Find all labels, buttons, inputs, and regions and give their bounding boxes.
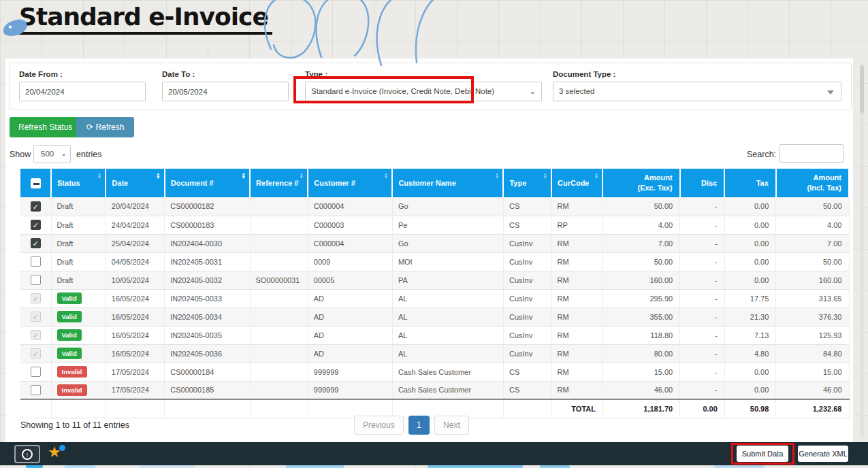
status-cell: Invalid (51, 363, 106, 381)
sort-icon: ▲▼ (495, 172, 500, 179)
type-cell: CusInv (503, 252, 551, 271)
status-cell: Draft (51, 271, 106, 289)
search-input[interactable] (779, 144, 843, 163)
customer-no-cell: C000004 (308, 197, 392, 216)
customer-name-cell: AL (392, 307, 503, 326)
row-checkbox[interactable]: ✓ (31, 238, 41, 248)
row-checkbox[interactable] (31, 275, 41, 285)
document-cell: IN202405-0035 (165, 326, 250, 344)
reference-cell (250, 216, 308, 234)
curcode-cell: RM (551, 271, 602, 289)
search-label: Search: (747, 150, 776, 159)
column-header[interactable]: Customer #▲▼ (308, 169, 392, 197)
row-checkbox[interactable] (31, 367, 41, 377)
curcode-cell: RM (551, 289, 602, 307)
page-length-select[interactable]: 500 ⌄ (33, 145, 71, 163)
date-cell: 17/05/2024 (106, 363, 164, 381)
amount-exc-cell: 160.00 (602, 271, 679, 289)
column-header[interactable]: Type▲▼ (503, 169, 551, 197)
row-checkbox[interactable]: ✓ (31, 220, 41, 230)
amount-exc-cell: 295.90 (602, 289, 679, 307)
status-badge: Valid (57, 311, 82, 322)
type-select-value: Standard e-Invoice (Invoice, Credit Note… (311, 87, 494, 95)
reference-cell (250, 234, 308, 252)
sort-icon: ▲▼ (299, 172, 304, 179)
column-header[interactable]: Customer Name▲▼ (392, 169, 503, 197)
row-checkbox[interactable]: ✓ (31, 201, 41, 212)
row-select-cell (20, 363, 51, 381)
table-row: Invalid17/05/2024CS00000184999999Cash Sa… (20, 363, 849, 381)
customer-no-cell: 00005 (308, 271, 392, 289)
select-all-checkbox[interactable] (31, 178, 41, 188)
column-header[interactable]: CurCode▲▼ (551, 169, 602, 197)
customer-name-cell: AL (392, 289, 503, 307)
dropdown-arrow-icon (827, 90, 834, 95)
column-header[interactable]: Status▲▼ (51, 169, 106, 197)
row-select-cell (20, 252, 51, 271)
refresh-status-button[interactable]: Refresh Status (10, 117, 81, 137)
table-row: ✓Valid16/05/2024IN202405-0034ADALCusInvR… (20, 307, 849, 326)
customer-no-cell: C000004 (308, 234, 392, 252)
status-cell: Draft (51, 234, 106, 252)
empty-cell (20, 399, 51, 418)
status-cell: Valid (51, 344, 106, 363)
select-all-header[interactable] (20, 169, 51, 197)
date-cell: 16/05/2024 (106, 326, 164, 344)
amount-incl-cell: 46.00 (776, 381, 849, 399)
curcode-cell: RM (551, 381, 602, 399)
row-checkbox[interactable] (31, 256, 41, 267)
document-type-select-value: 3 selected (559, 87, 594, 95)
customer-name-cell: AL (392, 326, 503, 344)
empty-cell (503, 399, 551, 418)
scrollbar[interactable] (860, 63, 864, 438)
submit-data-button[interactable]: Submit Data (737, 446, 788, 462)
highlighter-mark (540, 465, 570, 468)
current-page-button[interactable]: 1 (408, 416, 430, 435)
customer-no-cell: AD (308, 307, 392, 326)
status-badge: Valid (57, 329, 82, 341)
next-page-button[interactable]: Next (434, 416, 469, 435)
customer-no-cell: 0009 (308, 252, 392, 271)
column-header[interactable]: Date▲▼ (106, 169, 164, 197)
document-cell: IN202405-0032 (165, 271, 250, 289)
disc-cell: - (680, 344, 725, 363)
column-header[interactable]: Document #▲▼ (165, 169, 250, 197)
reference-cell (250, 307, 308, 326)
type-select[interactable]: Standard e-Invoice (Invoice, Credit Note… (305, 82, 542, 101)
tax-cell: 4.80 (724, 344, 775, 363)
row-checkbox: ✓ (31, 348, 41, 358)
row-checkbox[interactable] (31, 385, 41, 395)
scroll-top-button[interactable]: ↑ (14, 445, 40, 463)
disc-cell: - (680, 252, 725, 271)
column-header[interactable]: Reference #▲▼ (250, 169, 308, 197)
favorite-badge (59, 445, 65, 451)
date-to-label: Date To : (162, 70, 195, 78)
refresh-button[interactable]: ⟳ Refresh (76, 117, 134, 137)
previous-page-button[interactable]: Previous (354, 416, 404, 435)
status-badge: Invalid (57, 366, 87, 378)
customer-no-cell: AD (308, 326, 392, 344)
document-type-select[interactable]: 3 selected (553, 82, 841, 101)
empty-cell (308, 399, 392, 418)
type-cell: CusInv (503, 326, 551, 344)
status-cell: Invalid (51, 381, 106, 399)
generate-xml-button[interactable]: Generate XML (798, 446, 848, 462)
type-cell: CusInv (503, 289, 551, 307)
status-cell: Valid (51, 326, 106, 344)
type-cell: CS (503, 197, 551, 216)
date-to-input[interactable] (162, 82, 289, 101)
date-cell: 16/05/2024 (106, 307, 164, 326)
status-cell: Valid (51, 307, 106, 326)
sort-icon: ▲▼ (543, 172, 547, 179)
refresh-icon: ⟳ (86, 122, 93, 132)
status-cell: Valid (51, 289, 106, 307)
amount-incl-cell: 15.00 (776, 363, 849, 381)
customer-name-cell: Go (392, 197, 503, 216)
table-row: Draft04/05/2024IN202405-00310009MOICusIn… (20, 252, 849, 271)
curcode-cell: RM (551, 252, 602, 271)
type-cell: CusInv (503, 307, 551, 326)
date-cell: 04/05/2024 (106, 252, 164, 271)
reference-cell (250, 363, 308, 381)
sort-icon: ▲▼ (241, 172, 246, 179)
date-from-input[interactable] (19, 82, 146, 101)
